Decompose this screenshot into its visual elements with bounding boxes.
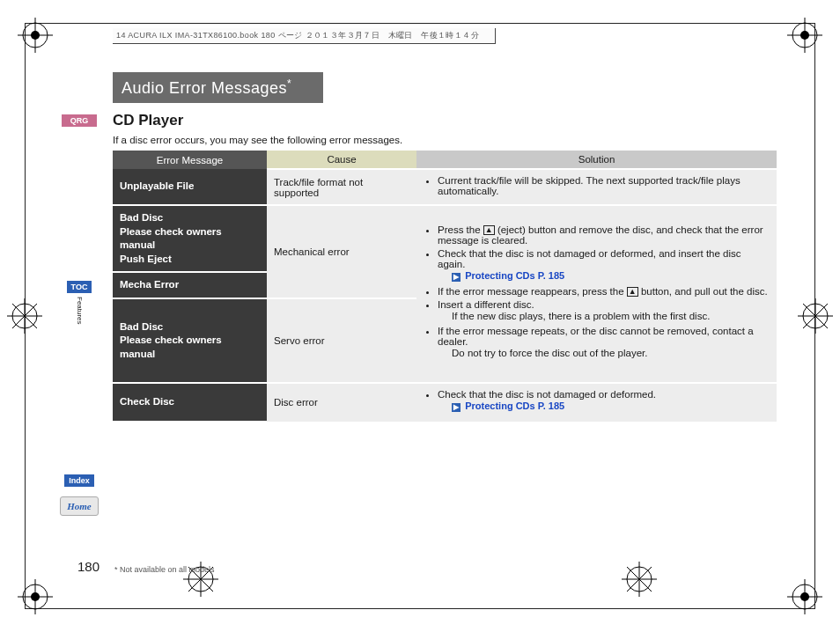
table-row: Check Disc Disc error Check that the dis… [113, 383, 777, 422]
cause-cell: Disc error [267, 383, 416, 422]
col-header-message: Error Message [113, 151, 267, 169]
solution-item: Press the ▲ (eject) button and remove th… [438, 224, 770, 246]
xref-arrow-icon: ▶ [452, 403, 461, 412]
intro-text: If a disc error occurs, you may see the … [113, 135, 777, 145]
solution-text: Check that the disc is not damaged or de… [438, 248, 741, 269]
solution-text: Insert a different disc. [438, 299, 534, 310]
error-message-cell: Mecha Error [113, 272, 267, 298]
main-content: Audio Error Messages* CD Player If a dis… [113, 72, 777, 423]
page-title: Audio Error Messages* [113, 72, 323, 103]
solution-item: Current track/file will be skipped. The … [438, 175, 770, 196]
toc-link[interactable]: TOC [67, 281, 92, 293]
error-messages-table: Error Message Cause Solution Unplayable … [113, 151, 777, 423]
page-title-text: Audio Error Messages [122, 79, 287, 97]
solution-item: Check that the disc is not damaged or de… [438, 248, 770, 283]
table-header-row: Error Message Cause Solution [113, 151, 777, 169]
solution-text: button, and pull out the disc. [638, 286, 768, 297]
svg-point-7 [800, 592, 809, 601]
svg-point-1 [31, 31, 40, 40]
error-message-cell: Unplayable File [113, 169, 267, 205]
solution-text: If the error message repeats, or the dis… [438, 326, 754, 347]
col-header-cause: Cause [267, 151, 416, 169]
crop-mark-icon [785, 577, 824, 616]
crop-mark-icon [16, 16, 55, 55]
crop-mark-icon [796, 297, 835, 335]
solution-cell: Press the ▲ (eject) button and remove th… [416, 205, 777, 383]
col-header-solution: Solution [416, 151, 777, 169]
crop-mark-icon [16, 577, 55, 616]
page-number: 180 [77, 559, 99, 574]
xref-arrow-icon: ▶ [452, 273, 461, 282]
error-message-cell: Bad Disc Please check owners manual Push… [113, 205, 267, 272]
crop-mark-icon [5, 297, 44, 335]
subsection-heading: CD Player [113, 112, 777, 129]
table-row: Unplayable File Track/file format not su… [113, 169, 777, 205]
solution-cell: Check that the disc is not damaged or de… [416, 383, 777, 422]
solution-item: If the error message repeats, or the dis… [438, 326, 770, 361]
error-message-cell: Bad Disc Please check owners manual [113, 298, 267, 384]
solution-item: Insert a different disc. If the new disc… [438, 299, 770, 324]
solution-subtext: If the new disc plays, there is a proble… [438, 310, 770, 324]
eject-icon: ▲ [627, 287, 638, 297]
qrg-link[interactable]: QRG [62, 114, 97, 127]
solution-item: If the error message reappears, press th… [438, 286, 770, 297]
solution-item: Check that the disc is not damaged or de… [438, 389, 770, 414]
solution-subtext: Do not try to force the disc out of the … [438, 347, 770, 361]
svg-point-3 [800, 31, 809, 40]
table-row: Bad Disc Please check owners manual Push… [113, 205, 777, 272]
crop-mark-icon [785, 16, 824, 55]
cross-reference-link[interactable]: Protecting CDs P. 185 [465, 401, 564, 411]
solution-text: If the error message reappears, press th… [438, 286, 627, 297]
cause-cell: Mechanical error [267, 205, 416, 298]
solution-text: Check that the disc is not damaged or de… [438, 389, 656, 400]
solution-cell: Current track/file will be skipped. The … [416, 169, 777, 205]
crop-mark-icon [620, 560, 659, 599]
eject-icon: ▲ [483, 225, 495, 235]
cause-cell: Servo error [267, 298, 416, 384]
cross-reference-link[interactable]: Protecting CDs P. 185 [465, 270, 564, 281]
cause-cell: Track/file format not supported [267, 169, 416, 205]
error-message-cell: Check Disc [113, 383, 267, 422]
book-meta-line: 14 ACURA ILX IMA-31TX86100.book 180 ページ … [113, 28, 496, 44]
home-button[interactable]: Home [60, 496, 99, 516]
solution-text: Press the [438, 224, 483, 235]
footnote-marker: * [287, 77, 291, 90]
section-label-features: Features [76, 297, 84, 325]
footnote-text: * Not available on all models [114, 565, 215, 574]
svg-point-5 [31, 592, 40, 601]
index-link[interactable]: Index [64, 474, 94, 487]
